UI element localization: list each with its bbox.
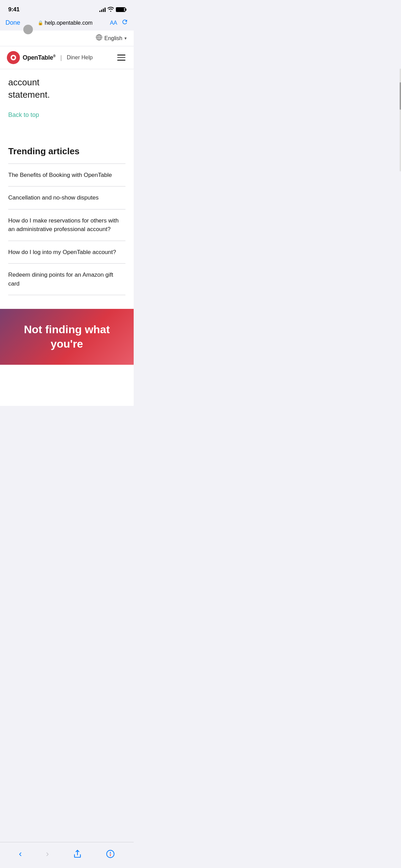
lock-icon: 🔒 <box>38 20 43 25</box>
text-size-button[interactable]: AA <box>110 20 117 26</box>
article-link[interactable]: How do I make reservations for others wi… <box>8 216 125 234</box>
globe-icon <box>96 34 102 43</box>
status-time: 9:41 <box>8 6 20 13</box>
account-statement-text: accountstatement. <box>8 76 125 101</box>
language-bar: English ▾ <box>0 31 134 46</box>
article-link[interactable]: Cancellation and no-show disputes <box>8 193 125 202</box>
chevron-down-icon: ▾ <box>124 36 127 41</box>
url-bar: 🔒 help.opentable.com <box>24 20 106 26</box>
trending-title: Trending articles <box>8 146 125 157</box>
browser-bar: Done 🔒 help.opentable.com AA <box>0 17 134 31</box>
article-link[interactable]: The Benefits of Booking with OpenTable <box>8 171 125 180</box>
list-item[interactable]: Cancellation and no-show disputes <box>8 186 125 209</box>
article-link[interactable]: How do I log into my OpenTable account? <box>8 248 125 257</box>
brand-name: OpenTable® <box>23 54 56 61</box>
url-text: help.opentable.com <box>45 20 93 26</box>
list-item[interactable]: Redeem dining points for an Amazon gift … <box>8 264 125 295</box>
footer-cta-text: Not finding what you're <box>8 323 125 351</box>
done-button[interactable]: Done <box>5 19 20 26</box>
logo-area: OpenTable® | Diner Help <box>7 51 93 64</box>
brand-subtitle: Diner Help <box>67 55 93 61</box>
trending-section: Trending articles The Benefits of Bookin… <box>0 146 134 309</box>
opentable-logo <box>7 51 20 64</box>
signal-icon <box>99 7 106 12</box>
status-bar: 9:41 <box>0 0 134 17</box>
status-icons <box>99 7 125 13</box>
refresh-button[interactable] <box>121 19 128 27</box>
brand-divider: | <box>60 54 62 61</box>
footer-cta: Not finding what you're <box>0 309 134 365</box>
menu-button[interactable] <box>116 53 127 62</box>
language-label: English <box>105 35 122 41</box>
article-link[interactable]: Redeem dining points for an Amazon gift … <box>8 270 125 288</box>
list-item[interactable]: How do I log into my OpenTable account? <box>8 241 125 264</box>
wifi-icon <box>108 7 114 13</box>
progress-indicator <box>23 25 33 34</box>
site-header: OpenTable® | Diner Help <box>0 46 134 69</box>
back-to-top-link[interactable]: Back to top <box>8 111 39 119</box>
page-content: accountstatement. Back to top <box>0 69 134 146</box>
battery-icon <box>116 7 125 12</box>
hamburger-icon <box>117 55 125 56</box>
articles-list: The Benefits of Booking with OpenTable C… <box>8 164 125 296</box>
list-item[interactable]: How do I make reservations for others wi… <box>8 209 125 241</box>
language-selector[interactable]: English ▾ <box>96 34 127 43</box>
content-area: English ▾ OpenTable® | Diner Help accoun… <box>0 31 134 406</box>
list-item[interactable]: The Benefits of Booking with OpenTable <box>8 164 125 187</box>
